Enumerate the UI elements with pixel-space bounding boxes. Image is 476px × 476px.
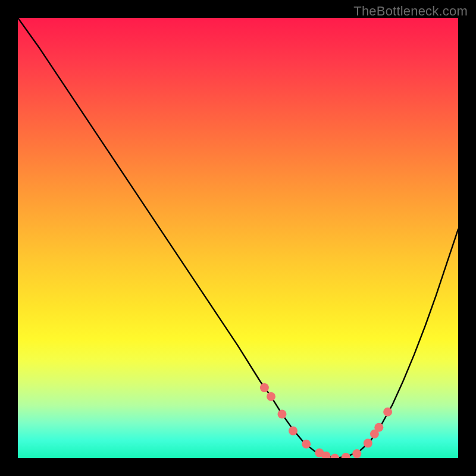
marker-dot bbox=[302, 440, 311, 449]
marker-dot bbox=[374, 423, 383, 432]
marker-dot bbox=[352, 449, 361, 458]
watermark-text: TheBottleneck.com bbox=[353, 4, 468, 19]
curve-line bbox=[18, 18, 458, 458]
marker-dot bbox=[342, 453, 350, 458]
marker-dot bbox=[278, 410, 287, 419]
marker-dot bbox=[260, 383, 269, 392]
marker-dot bbox=[383, 408, 392, 416]
chart-container: TheBottleneck.com bbox=[0, 0, 476, 476]
marker-dot bbox=[289, 427, 298, 436]
marker-dot bbox=[267, 392, 275, 401]
marker-group bbox=[260, 383, 392, 458]
plot-area bbox=[18, 18, 458, 458]
marker-dot bbox=[330, 454, 339, 459]
chart-svg bbox=[18, 18, 458, 458]
marker-dot bbox=[364, 439, 372, 447]
